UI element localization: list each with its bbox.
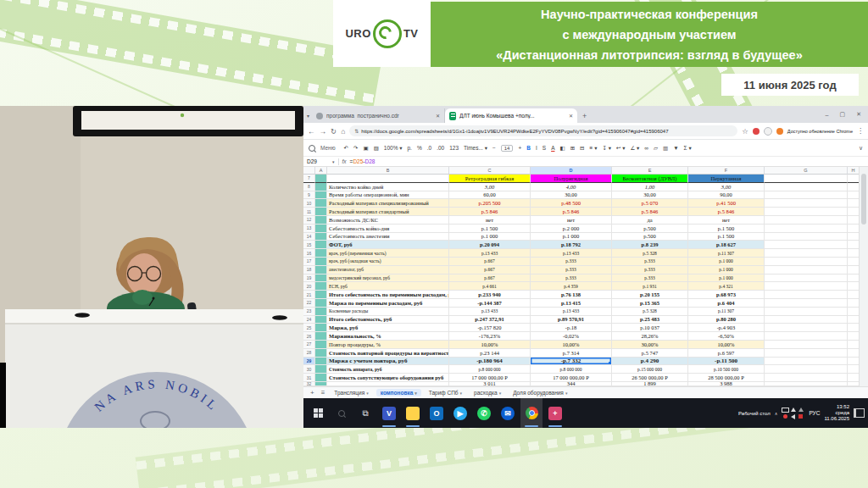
data-cell[interactable]: -р.157 820 <box>449 324 531 332</box>
data-cell[interactable]: р.20 155 <box>612 291 688 299</box>
empty-cell[interactable] <box>848 358 860 366</box>
font-select[interactable]: Times... ▾ <box>464 145 487 152</box>
column-a-cell[interactable] <box>315 365 327 374</box>
font-size-plus[interactable]: + <box>518 145 521 151</box>
empty-cell[interactable] <box>765 274 848 283</box>
empty-cell[interactable] <box>848 349 860 358</box>
row-label[interactable]: Повтор процедуры, % <box>327 341 449 349</box>
sheet-tab[interactable]: Тариф СПб▾ <box>425 389 466 396</box>
browser-tab[interactable]: ДЛТ июнь Комышева +полу...✕ <box>445 108 577 123</box>
percent-format-button[interactable]: % <box>417 145 422 151</box>
italic-icon[interactable]: I <box>536 145 537 151</box>
data-cell[interactable]: р.1 500 <box>449 225 531 233</box>
bookmark-star-icon[interactable]: ☆ <box>742 127 748 136</box>
vertical-scrollbar[interactable] <box>859 167 868 386</box>
row-label[interactable]: Расходный материал стандартный <box>327 208 449 216</box>
column-a-cell[interactable] <box>315 191 327 200</box>
data-cell[interactable]: -р.7 332 <box>531 358 612 366</box>
print-icon[interactable]: ▣ <box>363 145 368 152</box>
column-a-cell[interactable] <box>315 233 327 241</box>
empty-cell[interactable] <box>848 274 860 283</box>
extension-icon-red[interactable] <box>753 128 760 135</box>
mail-app[interactable]: ✉ <box>497 398 519 428</box>
empty-cell[interactable] <box>848 258 860 266</box>
row-header[interactable]: 18 <box>303 266 315 274</box>
menus-search-label[interactable]: Меню <box>320 145 336 151</box>
data-cell[interactable]: р.667 <box>449 258 531 266</box>
row-header[interactable]: 22 <box>303 299 315 308</box>
row-label[interactable]: Время работы операционной, мин <box>327 191 449 200</box>
column-a-cell[interactable] <box>315 266 327 274</box>
column-a-cell[interactable] <box>315 258 327 266</box>
row-header[interactable]: 20 <box>303 282 315 291</box>
empty-cell[interactable] <box>765 349 848 358</box>
data-cell[interactable]: 3,00 <box>688 183 765 191</box>
row-label[interactable] <box>327 175 449 183</box>
data-cell[interactable]: р.4 290 <box>612 358 688 366</box>
data-cell[interactable]: р.23 144 <box>449 349 531 358</box>
data-cell[interactable]: р.89 570,91 <box>531 316 612 324</box>
data-cell[interactable]: р.5 846 <box>449 208 531 216</box>
more-formats-button[interactable]: 123 <box>449 145 459 151</box>
data-cell[interactable]: 30,00 <box>612 191 688 200</box>
column-a-cell[interactable] <box>315 324 327 332</box>
column-a-cell[interactable] <box>315 225 327 233</box>
recording-icon[interactable] <box>783 414 787 419</box>
data-cell[interactable]: 90,00 <box>688 191 765 200</box>
reload-icon[interactable]: ↻ <box>331 127 337 136</box>
data-cell[interactable]: 30,00 <box>531 191 612 200</box>
chrome-update-button[interactable]: Доступно обновление Chrome <box>787 129 853 134</box>
column-a-cell[interactable] <box>315 374 327 382</box>
name-box[interactable]: D29 <box>307 158 329 164</box>
chart-icon[interactable]: ▥ <box>663 145 668 152</box>
telegram-app[interactable]: ▶ <box>449 398 471 428</box>
empty-cell[interactable] <box>765 249 848 258</box>
scrollbar-thumb[interactable] <box>861 174 866 225</box>
data-cell[interactable]: р.10 037 <box>612 324 688 332</box>
add-sheet-button[interactable]: + <box>309 389 316 396</box>
new-tab-button[interactable]: + <box>577 112 592 123</box>
site-settings-icon[interactable]: ⇅ <box>354 128 359 134</box>
battery-icon[interactable] <box>782 408 789 413</box>
data-cell[interactable]: р.6 597 <box>688 349 765 358</box>
vertical-align-icon[interactable]: ↧ ▾ <box>602 145 611 152</box>
row-header[interactable]: 23 <box>303 308 315 316</box>
empty-cell[interactable] <box>848 365 860 374</box>
row-label[interactable]: медсестринский персонал, руб <box>327 274 449 283</box>
empty-cell[interactable] <box>765 191 848 200</box>
empty-cell[interactable] <box>765 225 848 233</box>
tab-close-icon[interactable]: ✕ <box>436 113 440 119</box>
data-cell[interactable]: р.5 328 <box>612 249 688 258</box>
row-header[interactable]: 10 <box>303 199 315 208</box>
column-a-cell[interactable] <box>315 316 327 324</box>
data-cell[interactable]: -р.18 <box>531 324 612 332</box>
row-header[interactable]: 26 <box>303 332 315 341</box>
procedure-column-header[interactable]: Полуригидная <box>531 175 612 183</box>
empty-cell[interactable] <box>765 341 848 349</box>
browser-menu-icon[interactable]: ⋮ <box>857 127 864 135</box>
data-cell[interactable]: 3,00 <box>449 183 531 191</box>
data-cell[interactable]: р.8 000 000 <box>531 365 612 374</box>
sheet-tab[interactable]: Доля оборудования▾ <box>509 389 571 396</box>
data-cell[interactable]: р.1 000 <box>449 233 531 241</box>
maximize-button[interactable]: ▢ <box>840 111 846 118</box>
formula-text[interactable]: =D25-D28 <box>350 158 376 164</box>
row-label[interactable]: Маржинальность, % <box>327 332 449 341</box>
insert-link-icon[interactable]: ∞ <box>644 145 648 151</box>
data-cell[interactable]: 28,26% <box>612 332 688 341</box>
font-size-minus[interactable]: − <box>492 145 496 151</box>
data-cell[interactable]: 30,00% <box>612 341 688 349</box>
taskbar-clock[interactable]: 13:52 среда 11.06.2025 <box>824 404 849 422</box>
data-cell[interactable]: р.667 <box>449 266 531 274</box>
data-cell[interactable]: 17 000 000,00 Р <box>449 374 531 382</box>
row-label[interactable]: Итого себестоимость, руб <box>327 316 449 324</box>
filter-icon[interactable]: ▼ <box>673 145 678 151</box>
empty-cell[interactable] <box>765 241 848 249</box>
text-rotate-icon[interactable]: ∠ ▾ <box>630 145 639 152</box>
data-cell[interactable]: нет <box>688 216 765 225</box>
column-a-cell[interactable] <box>315 216 327 225</box>
currency-format-button[interactable]: р. <box>408 145 412 151</box>
row-label[interactable]: Итого себестоимость по переменным расход… <box>327 291 449 299</box>
data-cell[interactable]: 60,00 <box>449 191 531 200</box>
data-cell[interactable]: р.48 500 <box>531 199 612 208</box>
